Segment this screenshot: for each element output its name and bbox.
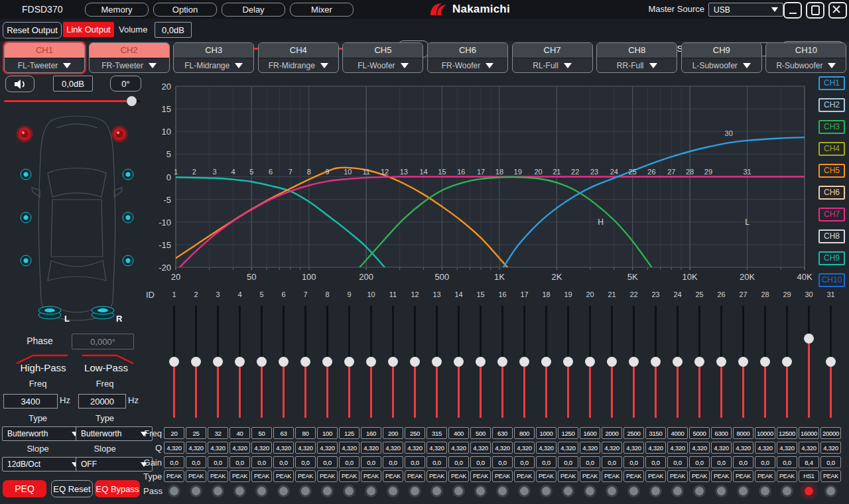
close-button[interactable] [828, 2, 847, 19]
eq-type-cell[interactable]: PEAK [602, 470, 622, 482]
tab-speaker-select[interactable]: FL-Midrange [174, 58, 253, 72]
eq-gain-cell[interactable]: 0,0 [383, 456, 403, 468]
eq-slider-handle[interactable] [257, 357, 267, 367]
channel-mute-button[interactable] [5, 76, 34, 92]
highpass-freq-field[interactable]: 3400 [3, 394, 58, 409]
eq-slider-handle[interactable] [213, 357, 223, 367]
eq-slider-handle[interactable] [344, 357, 354, 367]
eq-type-cell[interactable]: PEAK [470, 470, 491, 482]
band-marker-31[interactable]: 31 [743, 168, 751, 176]
tab-ch2[interactable]: CH2FR-Tweeter [89, 42, 170, 73]
eq-gain-cell[interactable]: 0,0 [667, 456, 688, 468]
eq-type-cell[interactable]: PEAK [777, 470, 797, 482]
eq-q-cell[interactable]: 4,320 [514, 442, 535, 454]
eq-type-cell[interactable]: PEAK [164, 470, 184, 482]
eq-pass-toggle[interactable] [389, 487, 397, 495]
band-marker-15[interactable]: 15 [438, 168, 446, 176]
eq-slider-handle[interactable] [322, 357, 332, 367]
legend-ch9[interactable]: CH9 [818, 251, 845, 265]
eq-pass-toggle[interactable] [651, 487, 660, 495]
eq-freq-cell[interactable]: 1000 [536, 427, 556, 439]
eq-slider-handle[interactable] [782, 357, 792, 367]
side-speakers[interactable] [21, 169, 133, 266]
eq-slider-handle[interactable] [760, 357, 770, 367]
tab-ch8[interactable]: CH8RR-Full [596, 42, 677, 73]
band-marker-24[interactable]: 24 [610, 168, 618, 176]
eq-freq-cell[interactable]: 2500 [623, 427, 644, 439]
eq-q-cell[interactable]: 4,320 [558, 442, 578, 454]
eq-freq-cell[interactable]: 630 [492, 427, 513, 439]
band-marker-14[interactable]: 14 [420, 168, 428, 176]
phase-value-field[interactable]: 0,000° [72, 334, 134, 349]
band-marker-2[interactable]: 2 [192, 168, 196, 176]
legend-ch7[interactable]: CH7 [818, 208, 845, 221]
band-marker-10[interactable]: 10 [344, 168, 352, 176]
eq-freq-cell[interactable]: 63 [273, 427, 294, 439]
band-marker-6[interactable]: 6 [269, 168, 273, 176]
master-source-dropdown[interactable]: USB [708, 3, 783, 17]
eq-gain-cell[interactable]: 0,0 [777, 456, 797, 468]
band-marker-27[interactable]: 27 [667, 168, 675, 176]
eq-freq-cell[interactable]: 160 [361, 427, 381, 439]
eq-gain-cell[interactable]: 0,0 [558, 456, 578, 468]
eq-slider-handle[interactable] [476, 357, 486, 367]
eq-pass-toggle[interactable] [783, 487, 791, 495]
eq-freq-cell[interactable]: 400 [448, 427, 469, 439]
tab-ch9[interactable]: CH9L-Subwoofer [681, 42, 762, 73]
eq-type-cell[interactable]: PEAK [426, 470, 447, 482]
eq-pass-toggle[interactable] [826, 487, 835, 495]
eq-q-cell[interactable]: 4,320 [623, 442, 644, 454]
eq-q-cell[interactable]: 4,320 [470, 442, 491, 454]
eq-type-cell[interactable]: PEAK [645, 470, 666, 482]
eq-pass-toggle[interactable] [586, 487, 594, 495]
eq-q-cell[interactable]: 4,320 [208, 442, 228, 454]
channel-phase-degree-field[interactable]: 0° [110, 76, 141, 92]
eq-freq-cell[interactable]: 10000 [755, 427, 775, 439]
eq-type-cell[interactable]: HS1 [799, 470, 819, 482]
eq-pass-toggle[interactable] [608, 487, 616, 495]
eq-q-cell[interactable]: 4,320 [361, 442, 381, 454]
eq-q-cell[interactable]: 4,320 [492, 442, 513, 454]
eq-pass-toggle[interactable] [192, 487, 200, 495]
eq-freq-cell[interactable]: 40 [229, 427, 250, 439]
eq-type-cell[interactable]: PEAK [755, 470, 775, 482]
legend-ch10[interactable]: CH10 [818, 273, 845, 287]
eq-pass-toggle[interactable] [805, 487, 813, 495]
minimize-button[interactable] [783, 2, 802, 19]
eq-slider-handle[interactable] [454, 357, 464, 367]
eq-type-cell[interactable]: PEAK [514, 470, 535, 482]
eq-gain-cell[interactable]: 0,0 [820, 456, 841, 468]
eq-freq-cell[interactable]: 125 [339, 427, 359, 439]
eq-freq-cell[interactable]: 250 [405, 427, 425, 439]
eq-pass-toggle[interactable] [454, 487, 463, 495]
band-marker-16[interactable]: 16 [457, 168, 465, 176]
eq-type-cell[interactable]: PEAK [273, 470, 294, 482]
eq-freq-cell[interactable]: 1600 [580, 427, 600, 439]
eq-pass-toggle[interactable] [542, 487, 551, 495]
eq-pass-toggle[interactable] [432, 487, 441, 495]
eq-type-cell[interactable]: PEAK [689, 470, 710, 482]
band-marker-19[interactable]: 19 [514, 168, 522, 176]
eq-gain-cell[interactable]: 0,0 [602, 456, 622, 468]
eq-gain-cell[interactable]: 0,0 [492, 456, 513, 468]
eq-gain-cell[interactable]: 0,0 [164, 456, 184, 468]
eq-gain-cell[interactable]: 0,0 [711, 456, 732, 468]
eq-q-cell[interactable]: 4,320 [251, 442, 272, 454]
lowpass-freq-field[interactable]: 20000 [78, 394, 126, 409]
eq-q-cell[interactable]: 4,320 [536, 442, 556, 454]
eq-type-cell[interactable]: PEAK [623, 470, 644, 482]
eq-pass-toggle[interactable] [761, 487, 769, 495]
eq-type-cell[interactable]: PEAK [405, 470, 425, 482]
eq-q-cell[interactable]: 4,320 [164, 442, 184, 454]
eq-pass-toggle[interactable] [323, 487, 332, 495]
eq-pass-toggle[interactable] [564, 487, 572, 495]
band-marker-11[interactable]: 11 [362, 168, 369, 176]
eq-type-cell[interactable]: PEAK [186, 470, 206, 482]
eq-freq-cell[interactable]: 20 [164, 427, 184, 439]
eq-q-cell[interactable]: 4,320 [799, 442, 819, 454]
band-marker-28[interactable]: 28 [686, 168, 694, 176]
eq-pass-toggle[interactable] [170, 487, 178, 495]
eq-gain-cell[interactable]: 8,4 [799, 456, 819, 468]
eq-type-cell[interactable]: PEAK [733, 470, 753, 482]
tab-speaker-select[interactable]: RL-Full [513, 58, 592, 72]
